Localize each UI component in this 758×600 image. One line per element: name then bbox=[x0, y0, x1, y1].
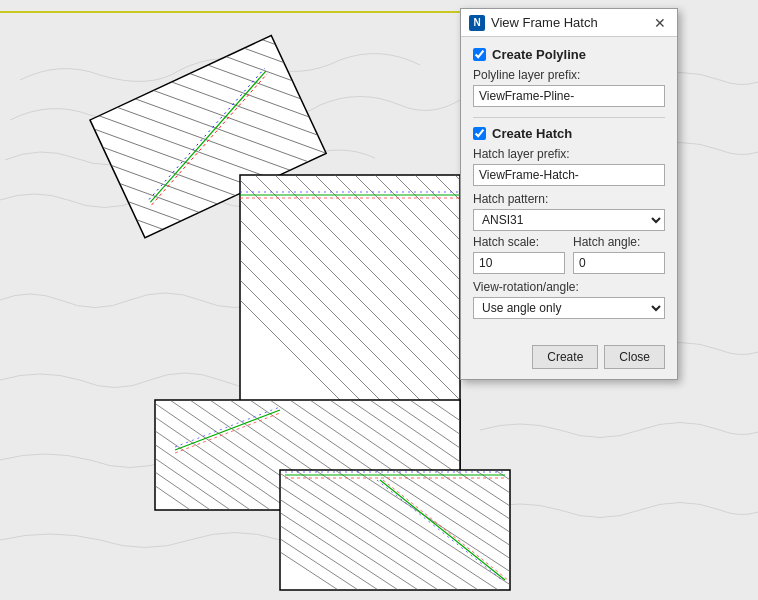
close-icon[interactable]: ✕ bbox=[651, 14, 669, 32]
create-polyline-checkbox[interactable] bbox=[473, 48, 486, 61]
hatch-pattern-select[interactable]: ANSI31 ANSI32 ANSI33 ANSI34 SOLID bbox=[473, 209, 665, 231]
app-icon: N bbox=[469, 15, 485, 31]
create-hatch-label[interactable]: Create Hatch bbox=[492, 126, 572, 141]
svg-rect-73 bbox=[280, 470, 510, 590]
hatch-pattern-label: Hatch pattern: bbox=[473, 192, 665, 206]
create-button[interactable]: Create bbox=[532, 345, 598, 369]
view-rotation-select[interactable]: Use angle only Use rotation only Use rot… bbox=[473, 297, 665, 319]
view-frame-hatch-dialog: N View Frame Hatch ✕ Create Polyline Pol… bbox=[460, 8, 678, 380]
create-hatch-checkbox[interactable] bbox=[473, 127, 486, 140]
dialog-footer: Create Close bbox=[461, 339, 677, 379]
dialog-title-left: N View Frame Hatch bbox=[469, 15, 598, 31]
close-button[interactable]: Close bbox=[604, 345, 665, 369]
create-hatch-row: Create Hatch bbox=[473, 126, 665, 141]
dialog-body: Create Polyline Polyline layer prefix: C… bbox=[461, 37, 677, 339]
hatch-section: Create Hatch Hatch layer prefix: Hatch p… bbox=[473, 126, 665, 319]
create-polyline-label[interactable]: Create Polyline bbox=[492, 47, 586, 62]
section-divider bbox=[473, 117, 665, 118]
dialog-title: View Frame Hatch bbox=[491, 15, 598, 30]
polyline-section: Create Polyline Polyline layer prefix: bbox=[473, 47, 665, 107]
create-polyline-row: Create Polyline bbox=[473, 47, 665, 62]
hatch-angle-group: Hatch angle: bbox=[573, 235, 665, 274]
hatch-scale-group: Hatch scale: bbox=[473, 235, 565, 274]
polyline-prefix-label: Polyline layer prefix: bbox=[473, 68, 665, 82]
dialog-titlebar: N View Frame Hatch ✕ bbox=[461, 9, 677, 37]
polyline-prefix-input[interactable] bbox=[473, 85, 665, 107]
hatch-angle-label: Hatch angle: bbox=[573, 235, 665, 249]
hatch-scale-label: Hatch scale: bbox=[473, 235, 565, 249]
view-rotation-label: View-rotation/angle: bbox=[473, 280, 665, 294]
hatch-prefix-label: Hatch layer prefix: bbox=[473, 147, 665, 161]
hatch-scale-input[interactable] bbox=[473, 252, 565, 274]
hatch-prefix-input[interactable] bbox=[473, 164, 665, 186]
hatch-angle-input[interactable] bbox=[573, 252, 665, 274]
